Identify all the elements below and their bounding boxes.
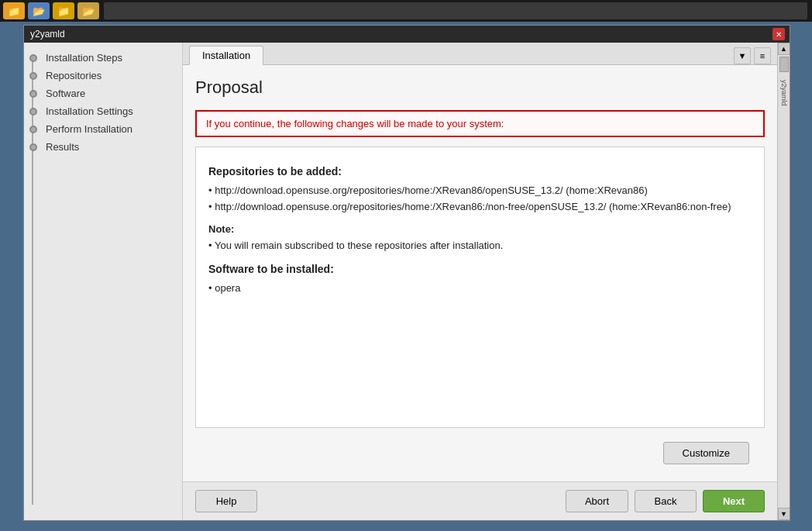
window-title: y2yamld — [30, 29, 65, 40]
step-indicator — [29, 108, 37, 116]
dropdown-btn[interactable]: ▼ — [734, 47, 751, 64]
right-scroll-down[interactable]: ▼ — [778, 508, 790, 520]
installer-window: y2yamld ✕ Installation Steps Repositorie… — [23, 25, 790, 521]
sidebar-item-software[interactable]: Software — [24, 84, 182, 102]
repo-item-1: http://download.opensuse.org/repositorie… — [208, 183, 752, 199]
step-indicator — [29, 143, 37, 151]
software-list: opera — [208, 281, 752, 297]
proposal-title: Proposal — [195, 78, 765, 98]
note-label: Note: — [208, 222, 752, 238]
taskbar-icon-4[interactable]: 📂 — [77, 2, 99, 19]
content-area: Installation Steps Repositories Software… — [24, 43, 790, 520]
sidebar-item-repositories[interactable]: Repositories — [24, 67, 182, 84]
sidebar-label-repositories: Repositories — [46, 70, 102, 81]
close-button[interactable]: ✕ — [772, 28, 785, 40]
taskbar-icon-1[interactable]: 📁 — [3, 2, 25, 19]
abort-button[interactable]: Abort — [566, 490, 628, 512]
back-button[interactable]: Back — [635, 490, 697, 512]
customize-area: Customize — [195, 437, 765, 469]
tab-bar: Installation ▼ ≡ — [183, 43, 777, 65]
repos-heading: Repositories to be added: — [208, 163, 752, 180]
menu-btn[interactable]: ≡ — [754, 47, 771, 64]
sidebar-label-perform-installation: Perform Installation — [46, 123, 132, 135]
step-indicator — [29, 90, 37, 98]
software-heading: Software to be installed: — [208, 260, 752, 278]
proposal-body: Repositories to be added: http://downloa… — [195, 147, 765, 428]
dropdown-icon: ▼ — [738, 51, 747, 60]
menu-icon: ≡ — [760, 51, 765, 60]
step-indicator — [29, 126, 37, 133]
sidebar-label-software: Software — [46, 88, 85, 99]
taskbar-icon-3[interactable]: 📁 — [53, 2, 74, 19]
step-indicator — [29, 72, 37, 80]
note-list: You will remain subscribed to these repo… — [208, 238, 752, 254]
sidebar-label-installation-steps: Installation Steps — [46, 52, 122, 64]
proposal-content: Proposal If you continue, the following … — [183, 65, 777, 481]
taskbar-icon-2[interactable]: 📂 — [28, 2, 50, 19]
main-area: Installation ▼ ≡ Proposal If you continu… — [183, 43, 777, 520]
tab-installation[interactable]: Installation — [189, 46, 263, 65]
right-scroll-thumb[interactable] — [779, 57, 789, 72]
right-panel-label: y2yamld — [780, 80, 788, 106]
taskbar: 📁 📂 📁 📂 — [0, 0, 812, 22]
sidebar-item-installation-settings[interactable]: Installation Settings — [24, 102, 182, 120]
tab-installation-label: Installation — [202, 50, 250, 61]
repos-list: http://download.opensuse.org/repositorie… — [208, 183, 752, 216]
sidebar-label-installation-settings: Installation Settings — [46, 105, 133, 117]
repo-item-2: http://download.opensuse.org/repositorie… — [208, 199, 752, 216]
software-item-1: opera — [208, 281, 752, 297]
note-item-1: You will remain subscribed to these repo… — [208, 238, 752, 254]
down-arrow-icon: ▼ — [780, 510, 787, 518]
right-scroll-up[interactable]: ▲ — [778, 43, 790, 55]
customize-button[interactable]: Customize — [663, 442, 749, 464]
step-indicator — [29, 54, 37, 62]
help-button[interactable]: Help — [195, 490, 257, 512]
title-bar: y2yamld ✕ — [24, 26, 790, 43]
next-button[interactable]: Next — [703, 490, 765, 512]
warning-text: If you continue, the following changes w… — [206, 118, 504, 129]
sidebar: Installation Steps Repositories Software… — [24, 43, 183, 520]
right-scrollbar-panel: ▲ y2yamld ▼ — [777, 43, 790, 520]
button-bar: Help Abort Back Next — [183, 481, 777, 520]
sidebar-item-installation-steps[interactable]: Installation Steps — [24, 49, 182, 67]
sidebar-item-perform-installation[interactable]: Perform Installation — [24, 120, 182, 138]
up-arrow-icon: ▲ — [780, 45, 787, 53]
tab-icons: ▼ ≡ — [734, 47, 771, 64]
sidebar-item-results[interactable]: Results — [24, 138, 182, 156]
sidebar-label-results: Results — [46, 141, 79, 153]
warning-box: If you continue, the following changes w… — [195, 110, 765, 137]
